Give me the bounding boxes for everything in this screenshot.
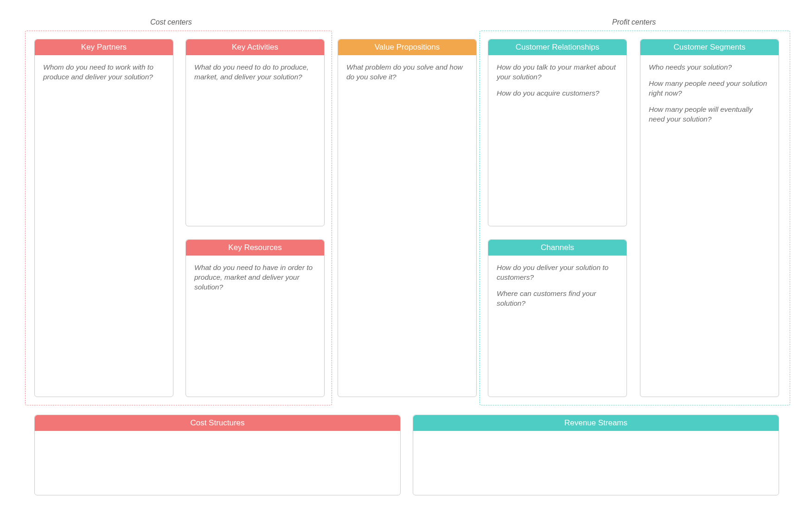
key-activities-card[interactable]: Key Activities What do you need to do to…: [185, 39, 325, 226]
key-resources-body: What do you need to have in order to pro…: [186, 256, 324, 300]
customer-relationships-body: How do you talk to your market about you…: [488, 55, 627, 106]
revenue-streams-body: [413, 431, 779, 446]
customer-segments-title: Customer Segments: [640, 39, 779, 55]
value-propositions-title: Value Propositions: [338, 39, 476, 55]
key-activities-title: Key Activities: [186, 39, 324, 55]
key-partners-title: Key Partners: [35, 39, 173, 55]
cost-centers-label: Cost centers: [150, 18, 192, 26]
key-activities-body: What do you need to do to produce, marke…: [186, 55, 324, 90]
cost-structures-card[interactable]: Cost Structures: [34, 415, 401, 495]
key-resources-card[interactable]: Key Resources What do you need to have i…: [185, 239, 325, 397]
customer-segments-body: Who needs your solution? How many people…: [640, 55, 779, 132]
channels-body: How do you deliver your solution to cust…: [488, 256, 627, 316]
profit-centers-label: Profit centers: [612, 18, 656, 26]
key-partners-body: Whom do you need to work with to produce…: [35, 55, 173, 90]
customer-relationships-card[interactable]: Customer Relationships How do you talk t…: [488, 39, 627, 226]
key-resources-title: Key Resources: [186, 240, 324, 256]
revenue-streams-card[interactable]: Revenue Streams: [413, 415, 779, 495]
customer-relationships-title: Customer Relationships: [488, 39, 627, 55]
channels-card[interactable]: Channels How do you deliver your solutio…: [488, 239, 627, 397]
revenue-streams-title: Revenue Streams: [413, 415, 779, 431]
value-propositions-card[interactable]: Value Propositions What problem do you s…: [338, 39, 477, 397]
cost-structures-title: Cost Structures: [35, 415, 400, 431]
channels-title: Channels: [488, 240, 627, 256]
customer-segments-card[interactable]: Customer Segments Who needs your solutio…: [640, 39, 779, 397]
key-partners-card[interactable]: Key Partners Whom do you need to work wi…: [34, 39, 173, 397]
value-propositions-body: What problem do you solve and how do you…: [338, 55, 476, 90]
cost-structures-body: [35, 431, 400, 446]
